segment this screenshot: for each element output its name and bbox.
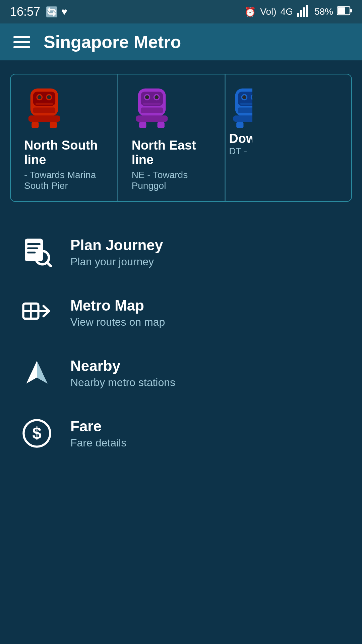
svg-point-33 — [242, 95, 246, 99]
nearby-title: Nearby — [70, 358, 175, 374]
svg-rect-15 — [28, 115, 60, 122]
fare-title: Fare — [70, 418, 126, 435]
status-right: ⏰ Vol) 4G 58% — [244, 5, 352, 19]
metro-map-subtitle: View routes on map — [70, 316, 165, 328]
ns-line-direction: - Towards Marina South Pier — [24, 170, 104, 191]
dt-train-icon-partial — [229, 85, 252, 131]
metro-map-item[interactable]: Metro Map View routes on map — [0, 282, 362, 343]
svg-text:$: $ — [32, 424, 42, 442]
plan-journey-title: Plan Journey — [70, 237, 163, 254]
app-header: Singapore Metro — [0, 23, 362, 60]
svg-rect-42 — [27, 248, 38, 249]
plan-journey-text: Plan Journey Plan your journey — [70, 237, 163, 268]
metro-map-title: Metro Map — [70, 297, 165, 314]
svg-rect-3 — [306, 5, 308, 17]
svg-rect-17 — [50, 122, 57, 128]
svg-rect-36 — [238, 108, 252, 113]
nearby-subtitle: Nearby metro stations — [70, 376, 175, 389]
fare-icon-wrap: $ — [20, 417, 54, 450]
svg-line-45 — [47, 262, 51, 267]
svg-rect-40 — [25, 239, 43, 262]
lte-text: 4G — [281, 6, 293, 17]
svg-rect-13 — [36, 103, 53, 105]
svg-point-11 — [38, 95, 42, 99]
svg-rect-35 — [240, 103, 252, 105]
battery-percent: 58% — [314, 6, 333, 17]
svg-rect-26 — [136, 115, 168, 122]
metro-map-text: Metro Map View routes on map — [70, 297, 165, 328]
menu-list: Plan Journey Plan your journey Metro Map… — [0, 215, 362, 470]
fare-text: Fare Fare details — [70, 418, 126, 449]
ne-line-direction: NE - Towards Punggol — [132, 170, 212, 191]
nearby-item[interactable]: Nearby Nearby metro stations — [0, 343, 362, 403]
metro-map-icon-wrap — [20, 296, 54, 329]
alarm-icon: ⏰ — [244, 6, 256, 17]
carousel-inner: North South line - Towards Marina South … — [11, 74, 351, 201]
signal-text: Vol) — [260, 6, 276, 17]
transit-card-ne[interactable]: North East line NE - Towards Punggol — [118, 74, 225, 201]
svg-rect-5 — [350, 9, 352, 12]
ns-line-name: North South line — [24, 138, 104, 167]
nearby-icon-wrap — [20, 356, 54, 390]
ne-train-icon — [132, 85, 172, 131]
fare-subtitle: Fare details — [70, 437, 126, 449]
hamburger-menu-button[interactable] — [13, 36, 30, 48]
plan-journey-subtitle: Plan your journey — [70, 256, 163, 268]
status-icons: 🔄 ♥ — [46, 6, 67, 18]
svg-marker-51 — [37, 361, 48, 384]
svg-rect-27 — [139, 122, 146, 128]
svg-rect-38 — [236, 122, 243, 128]
svg-rect-28 — [157, 122, 164, 128]
plan-journey-item[interactable]: Plan Journey Plan your journey — [0, 222, 362, 282]
battery-icon — [337, 6, 352, 18]
svg-rect-6 — [338, 7, 345, 14]
svg-point-23 — [155, 95, 159, 99]
svg-rect-25 — [141, 108, 163, 113]
ne-line-name: North East line — [132, 138, 212, 167]
transit-card-ns[interactable]: North South line - Towards Marina South … — [11, 74, 118, 201]
dt-line-direction-partial: DT - — [229, 146, 252, 157]
svg-rect-2 — [303, 7, 305, 17]
svg-rect-41 — [27, 243, 41, 245]
transit-lines-carousel[interactable]: North South line - Towards Marina South … — [10, 74, 352, 202]
dt-line-name-partial: Dow — [229, 131, 252, 146]
transit-card-dt-partial[interactable]: Dow DT - — [226, 74, 252, 201]
sync-icon: 🔄 — [46, 6, 58, 18]
app-title: Singapore Metro — [44, 32, 181, 52]
svg-rect-1 — [300, 10, 302, 17]
svg-rect-14 — [33, 108, 55, 113]
svg-point-22 — [145, 95, 149, 99]
svg-rect-43 — [27, 252, 36, 253]
svg-rect-16 — [32, 122, 39, 128]
plan-journey-icon-wrap — [20, 235, 54, 269]
status-left: 16:57 🔄 ♥ — [10, 5, 67, 19]
status-time: 16:57 — [10, 5, 40, 19]
svg-point-12 — [47, 95, 51, 99]
svg-rect-37 — [233, 115, 252, 122]
nearby-text: Nearby Nearby metro stations — [70, 358, 175, 389]
fare-item[interactable]: $ Fare Fare details — [0, 403, 362, 464]
svg-rect-24 — [143, 103, 161, 105]
ns-train-icon — [24, 85, 64, 131]
svg-rect-0 — [297, 13, 299, 17]
status-bar: 16:57 🔄 ♥ ⏰ Vol) 4G 58% — [0, 0, 362, 23]
network-bars — [297, 5, 310, 19]
heart-icon: ♥ — [61, 6, 67, 17]
